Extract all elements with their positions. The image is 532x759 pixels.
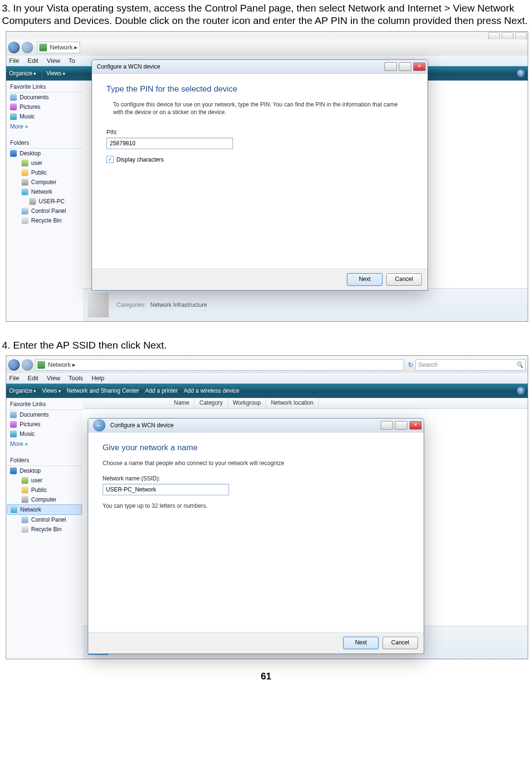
- tree-public[interactable]: Public: [18, 485, 83, 495]
- network-tree-icon: [22, 188, 28, 195]
- control-panel-icon: [22, 516, 28, 523]
- views-button[interactable]: Views: [42, 70, 65, 77]
- fav-documents[interactable]: Documents: [6, 93, 83, 102]
- computer-icon: [22, 496, 28, 503]
- tree-desktop[interactable]: Desktop: [6, 149, 83, 158]
- pin-input[interactable]: 25879810: [106, 138, 233, 149]
- back-button[interactable]: [8, 42, 20, 53]
- fav-music[interactable]: Music: [6, 112, 83, 121]
- fav-pictures[interactable]: Pictures: [6, 102, 83, 112]
- col-category[interactable]: Category: [195, 398, 228, 409]
- col-workgroup[interactable]: Workgroup: [228, 398, 266, 409]
- ssid-hint: You can type up to 32 letters or numbers…: [103, 502, 409, 510]
- next-button[interactable]: Next: [347, 273, 382, 286]
- wcn-ssid-dialog: ← Configure a WCN device × Give your net…: [88, 418, 424, 654]
- menu-tools-cut[interactable]: To: [69, 57, 75, 64]
- maximize-button[interactable]: [502, 32, 513, 40]
- tree-user[interactable]: user: [18, 158, 83, 168]
- organize-button[interactable]: Organize: [9, 387, 36, 394]
- dialog-maximize[interactable]: [395, 421, 407, 430]
- fav-more[interactable]: More: [6, 121, 83, 132]
- tree-userpc[interactable]: USER-PC: [25, 197, 83, 206]
- folders-header: Folders: [6, 137, 83, 149]
- documents-icon: [10, 94, 17, 101]
- network-tree-icon: [11, 506, 17, 513]
- tree-network[interactable]: Network: [18, 187, 83, 197]
- favorites-header: Favorite Links: [6, 81, 83, 93]
- tree-computer[interactable]: Computer: [18, 177, 83, 187]
- fav-music[interactable]: Music: [6, 429, 83, 439]
- tree-desktop[interactable]: Desktop: [6, 466, 83, 476]
- menu-view[interactable]: View: [47, 374, 60, 382]
- fav-documents[interactable]: Documents: [6, 410, 83, 420]
- col-location[interactable]: Network location: [266, 398, 319, 409]
- dialog-minimize[interactable]: [381, 421, 393, 430]
- forward-button[interactable]: [22, 42, 33, 53]
- nsc-button[interactable]: Network and Sharing Center: [67, 387, 139, 394]
- dialog-maximize[interactable]: [399, 62, 411, 71]
- menu-file[interactable]: File: [9, 57, 19, 64]
- user-icon: [22, 477, 28, 484]
- minimize-button[interactable]: [488, 32, 500, 40]
- tree-user[interactable]: user: [18, 476, 83, 485]
- menu-view[interactable]: View: [47, 57, 60, 64]
- views-button[interactable]: Views: [42, 387, 61, 394]
- menu-edit[interactable]: Edit: [28, 57, 38, 64]
- breadcrumb: Network ▸: [48, 361, 76, 368]
- menu-file[interactable]: File: [9, 374, 19, 382]
- tree-recycle-bin[interactable]: Recycle Bin: [18, 525, 83, 534]
- menu-help[interactable]: Help: [92, 374, 104, 382]
- network-icon: [37, 361, 45, 369]
- menu-edit[interactable]: Edit: [28, 374, 38, 382]
- cancel-button[interactable]: Cancel: [382, 637, 418, 649]
- close-button[interactable]: [515, 32, 527, 40]
- dialog-close[interactable]: ×: [409, 421, 422, 430]
- back-button[interactable]: [8, 359, 20, 371]
- help-button[interactable]: ?: [517, 70, 525, 77]
- next-button[interactable]: Next: [343, 637, 379, 649]
- fav-pictures[interactable]: Pictures: [6, 420, 83, 429]
- organize-button[interactable]: Organize: [9, 70, 36, 77]
- add-wireless-button[interactable]: Add a wireless device: [184, 387, 239, 394]
- tree-recycle-bin[interactable]: Recycle Bin: [18, 216, 83, 225]
- folder-icon: [22, 487, 28, 493]
- ssid-input[interactable]: USER-PC_Network: [103, 484, 229, 495]
- search-input[interactable]: Search 🔍: [416, 359, 526, 371]
- cancel-button[interactable]: Cancel: [386, 273, 422, 286]
- tree-control-panel[interactable]: Control Panel: [18, 206, 83, 216]
- wcn-pin-dialog: Configure a WCN device × Type the PIN fo…: [92, 59, 428, 291]
- help-button[interactable]: ?: [517, 387, 525, 395]
- dialog-titlebar[interactable]: ← Configure a WCN device ×: [88, 419, 424, 432]
- explorer-nav-2: Network ▸ ↻ Search 🔍: [6, 357, 528, 374]
- column-headers[interactable]: Name Category Workgroup Network location: [83, 398, 528, 409]
- fav-more[interactable]: More: [6, 439, 83, 449]
- dialog-description: To configure this device for use on your…: [106, 101, 413, 117]
- tree-computer[interactable]: Computer: [18, 495, 83, 504]
- dialog-titlebar[interactable]: Configure a WCN device ×: [92, 60, 428, 74]
- dialog-heading: Give your network a name: [103, 443, 409, 453]
- add-printer-button[interactable]: Add a printer: [145, 387, 178, 394]
- breadcrumb: Network ▸: [50, 44, 78, 51]
- pin-label: PIN:: [106, 129, 413, 136]
- favorites-header: Favorite Links: [6, 398, 83, 410]
- categories-value: Network Infrastructure: [150, 302, 207, 308]
- folders-header: Folders: [6, 454, 83, 466]
- tree-control-panel[interactable]: Control Panel: [18, 515, 83, 525]
- dialog-close[interactable]: ×: [413, 62, 426, 71]
- dialog-title: Configure a WCN device: [110, 422, 173, 429]
- control-panel-icon: [22, 208, 28, 214]
- forward-button[interactable]: [22, 359, 33, 371]
- refresh-button[interactable]: ↻: [407, 361, 415, 369]
- breadcrumb-box[interactable]: Network ▸: [35, 359, 404, 371]
- dialog-heading: Type the PIN for the selected device: [106, 84, 413, 94]
- display-characters-checkbox[interactable]: ✓ Display characters: [106, 156, 413, 163]
- dialog-minimize[interactable]: [384, 62, 397, 71]
- dialog-back-button[interactable]: ←: [93, 419, 105, 432]
- tree-network-selected[interactable]: Network: [7, 504, 82, 515]
- breadcrumb-box[interactable]: Network ▸: [37, 42, 80, 53]
- dialog-description: Choose a name that people who connect to…: [103, 459, 409, 467]
- menu-tools[interactable]: Tools: [69, 374, 83, 382]
- col-name[interactable]: Name: [169, 398, 195, 409]
- tree-public[interactable]: Public: [18, 168, 83, 177]
- menu-bar-2[interactable]: File Edit View Tools Help: [6, 373, 528, 384]
